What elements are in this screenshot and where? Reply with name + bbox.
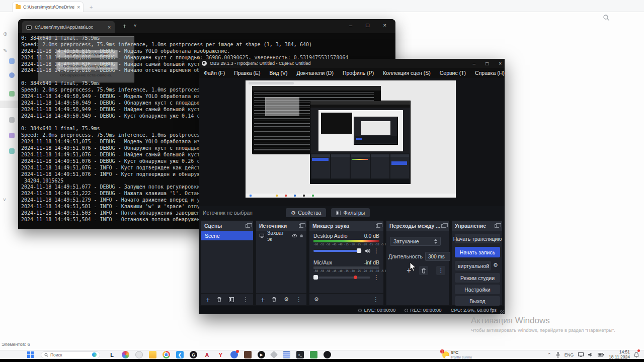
minimize-button[interactable]: –: [473, 61, 476, 66]
settings-button[interactable]: Настройки: [455, 285, 500, 294]
photos-pinwheel-icon[interactable]: [122, 351, 129, 358]
start-button[interactable]: [27, 351, 34, 358]
network-icon[interactable]: [578, 352, 584, 357]
resize-grip[interactable]: [500, 310, 504, 314]
close-icon[interactable]: ×: [77, 5, 80, 10]
microphone-icon[interactable]: [556, 352, 560, 357]
app-l-icon[interactable]: L: [108, 351, 116, 358]
notification-bell-icon[interactable]: [634, 350, 639, 359]
scenes-menu-button[interactable]: ⋮: [243, 296, 249, 303]
channel-menu-button[interactable]: ⋮: [373, 274, 379, 281]
volume-slider[interactable]: [313, 250, 362, 252]
app-icon-green[interactable]: [9, 91, 15, 97]
app-icon-purple[interactable]: [9, 133, 15, 138]
transition-menu-button[interactable]: ⋮: [436, 266, 445, 275]
stop-detection-button[interactable]: Остановить обнаружение: [56, 62, 118, 70]
properties-button[interactable]: ⚙ Свойства: [286, 208, 327, 217]
speaker-icon[interactable]: [365, 248, 370, 253]
new-tab-button[interactable]: +: [90, 4, 93, 10]
portrait-app-icon[interactable]: [244, 351, 252, 358]
app-a-icon[interactable]: A: [203, 351, 211, 358]
mixer-menu-button[interactable]: ⋮: [373, 296, 379, 303]
obs-menu-item[interactable]: Правка (E): [234, 70, 260, 76]
add-circle-icon[interactable]: ⊕: [3, 31, 7, 37]
dialog-titlebar[interactable]: Обнаружение кустов ×: [38, 37, 134, 45]
terminal-app-icon[interactable]: >_: [296, 351, 304, 358]
obs-menu-item[interactable]: Док-панели (D): [296, 70, 333, 76]
lock-icon[interactable]: [300, 233, 303, 238]
obs-menu-item[interactable]: Вид (V): [270, 70, 288, 76]
gog-icon[interactable]: G: [190, 351, 197, 358]
close-button[interactable]: ×: [383, 22, 386, 28]
studio-mode-button[interactable]: Режим студии: [455, 273, 500, 283]
maximize-button[interactable]: □: [366, 22, 369, 28]
app-icon-gray[interactable]: [9, 117, 15, 123]
scene-list-item[interactable]: Scene: [201, 231, 253, 240]
remove-scene-button[interactable]: [217, 297, 222, 302]
remove-source-button[interactable]: [272, 297, 277, 302]
popout-icon[interactable]: [246, 224, 250, 228]
vscode-icon[interactable]: ❮: [176, 351, 184, 358]
weather-widget[interactable]: 1 8°C Partly sunny: [442, 350, 472, 359]
sources-menu-button[interactable]: ⋮: [296, 296, 302, 303]
close-button[interactable]: ×: [128, 38, 131, 43]
start-detection-button[interactable]: Запустить обнаружение: [56, 50, 118, 58]
filters-button[interactable]: Фильтры: [331, 208, 370, 217]
transition-select[interactable]: Затухание: [390, 237, 441, 246]
taskbar-search[interactable]: Поиск: [41, 351, 100, 358]
popout-icon[interactable]: [441, 224, 446, 228]
obs-menu-item[interactable]: Справка (H): [475, 70, 505, 76]
app-icon-blue-round[interactable]: [9, 72, 15, 78]
source-list-item[interactable]: Захват эк: [256, 231, 306, 240]
volume-slider[interactable]: [313, 277, 370, 279]
edit-icon[interactable]: ✎: [3, 48, 7, 53]
popout-icon[interactable]: [495, 224, 499, 228]
messenger-icon[interactable]: [230, 351, 238, 358]
speaker-icon[interactable]: [588, 352, 593, 357]
terminal-titlebar[interactable]: >_ C:\Users\mystu\AppData\Loc × + ˅ – □ …: [18, 19, 395, 33]
chrome-icon[interactable]: [163, 351, 170, 358]
app-y-icon[interactable]: Y: [217, 351, 224, 358]
remove-transition-button[interactable]: [419, 266, 428, 275]
image-editor-icon[interactable]: [310, 351, 317, 358]
close-icon[interactable]: ×: [108, 25, 111, 30]
language-indicator[interactable]: ENG: [565, 352, 574, 357]
virtual-camera-gear-icon[interactable]: ⚙: [493, 262, 498, 268]
obs-preview-area[interactable]: [199, 78, 505, 206]
obs-menu-item[interactable]: Файл (F): [204, 70, 225, 76]
exit-button[interactable]: Выход: [455, 296, 500, 306]
channel-menu-button[interactable]: ⋮: [373, 247, 379, 254]
search-icon[interactable]: [603, 14, 610, 21]
popout-icon[interactable]: [376, 224, 380, 228]
minimize-button[interactable]: –: [349, 22, 352, 28]
chevron-down-icon[interactable]: ˅: [3, 197, 6, 203]
app-icon-blue[interactable]: [9, 58, 15, 64]
obs-menu-item[interactable]: Коллекция сцен (S): [383, 70, 431, 76]
start-streaming-button[interactable]: Начать трансляцию: [455, 234, 500, 243]
maximize-button[interactable]: □: [486, 61, 489, 66]
advanced-audio-button[interactable]: ⚙: [314, 296, 319, 303]
visibility-eye-icon[interactable]: [292, 234, 297, 238]
media-player-icon[interactable]: ▶: [258, 351, 265, 358]
tool-icon[interactable]: [270, 351, 278, 359]
app-icon-teal[interactable]: [9, 148, 15, 154]
add-source-button[interactable]: +: [261, 296, 265, 303]
new-tab-button[interactable]: +: [123, 23, 126, 30]
close-button[interactable]: ×: [499, 61, 502, 66]
popout-icon[interactable]: [299, 224, 303, 228]
obs-menu-item[interactable]: Профиль (P): [343, 70, 374, 76]
file-explorer-icon[interactable]: [149, 351, 156, 358]
source-properties-button[interactable]: ⚙: [284, 296, 289, 303]
dark-app-icon[interactable]: [324, 351, 331, 358]
background-window-tab[interactable]: C:\Users\mystu\OneDrive\Doc ×: [12, 2, 84, 12]
obs-menu-item[interactable]: Сервис (T): [440, 70, 466, 76]
terminal-tab[interactable]: >_ C:\Users\mystu\AppData\Loc ×: [22, 21, 115, 33]
virtual-camera-button[interactable]: виртуальной: [455, 261, 491, 270]
scene-filters-button[interactable]: [229, 297, 234, 302]
add-scene-button[interactable]: +: [206, 296, 210, 303]
chevron-down-icon[interactable]: ˅: [134, 23, 136, 28]
tray-overflow-button[interactable]: ⌃: [547, 352, 551, 357]
duration-input[interactable]: 300 ms: [425, 252, 450, 261]
start-recording-button[interactable]: Начать запись: [455, 247, 500, 257]
obs-titlebar[interactable]: OBS 29.1.3 - Профиль: Untitled - Сцены: …: [199, 59, 505, 68]
